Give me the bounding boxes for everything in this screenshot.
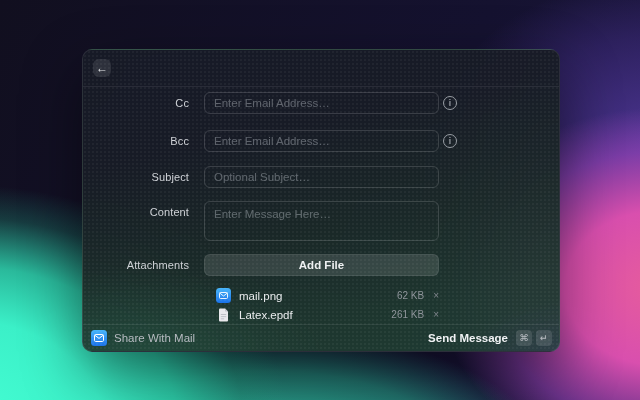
attachment-item: mail.png 62 KB ×	[216, 286, 439, 305]
mail-app-icon	[91, 330, 107, 346]
envelope-glyph	[94, 334, 104, 342]
cc-input[interactable]	[204, 92, 439, 114]
subject-label: Subject	[83, 171, 189, 183]
send-message-label: Send Message	[428, 332, 508, 344]
content-row: Content	[83, 201, 559, 241]
footer-app-info: Share With Mail	[91, 330, 428, 346]
cc-label: Cc	[83, 97, 189, 109]
remove-attachment-icon[interactable]: ×	[433, 291, 439, 301]
send-message-action[interactable]: Send Message ⌘ ↵	[428, 330, 552, 346]
bcc-input[interactable]	[204, 130, 439, 152]
footer-app-name: Share With Mail	[114, 332, 195, 344]
mail-app-icon	[216, 288, 231, 303]
window-header: ←	[83, 50, 559, 87]
subject-row: Subject	[83, 166, 559, 188]
envelope-glyph	[219, 292, 228, 299]
attachments-label: Attachments	[83, 259, 189, 271]
attachment-filesize: 261 KB	[391, 309, 424, 320]
info-icon[interactable]: i	[443, 96, 457, 110]
back-button[interactable]: ←	[93, 59, 111, 77]
attachment-item: Latex.epdf 261 KB ×	[216, 305, 439, 324]
attachment-filesize: 62 KB	[397, 290, 424, 301]
content-textarea[interactable]	[204, 201, 439, 241]
bcc-label: Bcc	[83, 135, 189, 147]
bcc-row: Bcc i	[83, 130, 559, 152]
remove-attachment-icon[interactable]: ×	[433, 310, 439, 320]
command-key-icon: ⌘	[516, 330, 532, 346]
page-glyph	[218, 308, 229, 322]
attachment-filename: mail.png	[239, 290, 397, 302]
attachments-row: Attachments Add File	[83, 254, 559, 276]
back-arrow-icon: ←	[96, 61, 108, 75]
share-with-mail-window: ← Cc i Bcc i Subject Content Attachments…	[82, 49, 560, 352]
return-key-icon: ↵	[536, 330, 552, 346]
window-footer: Share With Mail Send Message ⌘ ↵	[83, 324, 559, 351]
content-label: Content	[83, 206, 189, 218]
subject-input[interactable]	[204, 166, 439, 188]
document-icon	[216, 307, 231, 322]
add-file-button[interactable]: Add File	[204, 254, 439, 276]
attachment-filename: Latex.epdf	[239, 309, 391, 321]
info-icon[interactable]: i	[443, 134, 457, 148]
cc-row: Cc i	[83, 92, 559, 114]
